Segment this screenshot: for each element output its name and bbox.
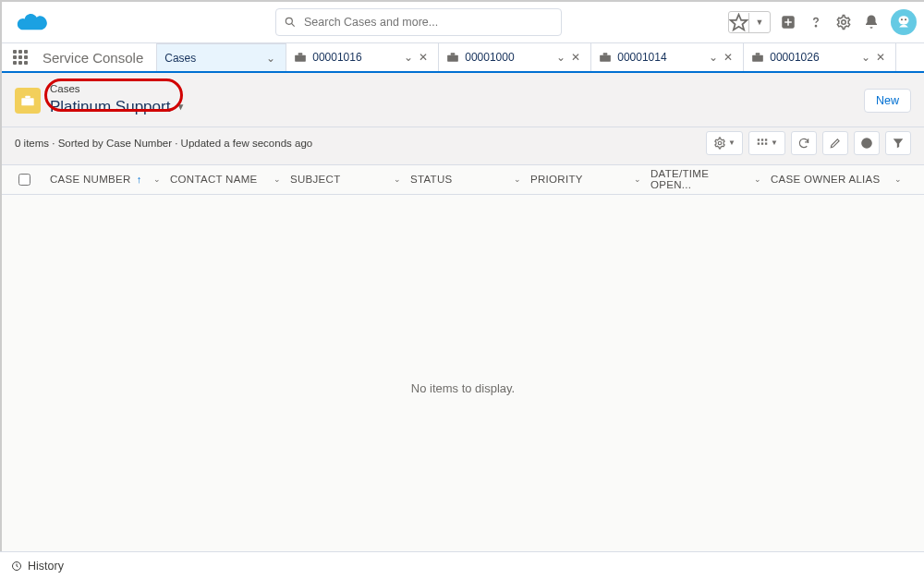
refresh-button[interactable] <box>791 131 817 155</box>
case-icon <box>294 52 307 63</box>
svg-rect-24 <box>758 142 760 144</box>
case-icon <box>446 52 459 63</box>
astro-icon <box>894 12 914 32</box>
chevron-down-icon: ▼ <box>749 18 770 27</box>
sort-asc-icon: ↑ <box>137 174 142 185</box>
help-button[interactable] <box>806 12 826 32</box>
close-icon[interactable]: ✕ <box>873 51 888 64</box>
col-header-datetime-opened[interactable]: DATE/TIME OPEN...⌄ <box>650 168 771 190</box>
user-avatar[interactable] <box>891 9 917 35</box>
chevron-down-icon[interactable]: ⌄ <box>514 175 530 184</box>
inline-edit-button[interactable] <box>822 131 848 155</box>
search-icon <box>284 16 297 29</box>
case-icon <box>751 52 764 63</box>
chevron-down-icon[interactable]: ⌄ <box>401 51 416 64</box>
select-all-checkbox[interactable] <box>18 174 30 186</box>
chevron-down-icon[interactable]: ⌄ <box>634 175 650 184</box>
workspace-tab-1[interactable]: 00001016 ⌄ ✕ <box>286 43 439 71</box>
empty-state-message: No items to display. <box>411 381 515 395</box>
chevron-down-icon[interactable]: ⌄ <box>263 52 278 65</box>
chevron-down-icon[interactable]: ⌄ <box>153 175 170 184</box>
chevron-down-icon[interactable]: ⌄ <box>894 175 911 184</box>
star-icon <box>729 13 748 32</box>
new-button[interactable]: New <box>864 89 911 113</box>
svg-point-5 <box>842 20 846 25</box>
workspace-tab-3[interactable]: 00001014 ⌄ ✕ <box>591 43 744 71</box>
chevron-down-icon[interactable]: ⌄ <box>754 175 771 184</box>
svg-point-0 <box>286 18 292 24</box>
refresh-icon <box>797 137 810 150</box>
svg-rect-11 <box>298 53 303 54</box>
svg-rect-25 <box>761 142 763 144</box>
svg-point-8 <box>901 18 903 20</box>
tab-label: Cases <box>164 52 263 65</box>
col-header-case-number[interactable]: CASE NUMBER ↑⌄ <box>50 174 170 185</box>
history-utility[interactable]: History <box>28 560 64 573</box>
tab-label: 00001026 <box>770 51 858 64</box>
col-header-status[interactable]: STATUS⌄ <box>410 174 530 185</box>
svg-rect-12 <box>447 55 458 62</box>
svg-rect-15 <box>603 53 608 54</box>
svg-rect-21 <box>758 139 760 140</box>
svg-rect-23 <box>765 139 767 140</box>
listview-controls-button[interactable]: ▼ <box>706 131 743 155</box>
svg-rect-26 <box>765 142 767 144</box>
col-header-priority[interactable]: PRIORITY⌄ <box>530 174 650 185</box>
funnel-icon <box>892 137 905 150</box>
tab-label: 00001016 <box>312 51 401 64</box>
svg-point-4 <box>815 26 816 27</box>
chevron-down-icon[interactable]: ⌄ <box>394 175 410 184</box>
clock-icon <box>11 561 22 572</box>
tab-label: 00001000 <box>465 51 553 64</box>
svg-rect-19 <box>25 95 30 98</box>
search-input[interactable] <box>304 16 553 29</box>
pie-icon <box>860 137 873 150</box>
col-header-contact-name[interactable]: CONTACT NAME⌄ <box>170 174 290 185</box>
svg-line-1 <box>291 23 294 26</box>
listview-name: Platinum Support <box>50 97 170 117</box>
salesforce-cloud-logo <box>15 9 52 35</box>
tab-label: 00001014 <box>617 51 706 64</box>
workspace-tab-2[interactable]: 00001000 ⌄ ✕ <box>439 43 591 71</box>
svg-rect-22 <box>761 139 763 140</box>
notifications-button[interactable] <box>861 12 881 32</box>
global-search[interactable] <box>275 8 562 36</box>
plus-icon <box>780 14 796 30</box>
svg-point-7 <box>899 16 909 25</box>
chart-button[interactable] <box>854 131 880 155</box>
display-as-button[interactable]: ▼ <box>748 131 785 155</box>
add-tab-button[interactable] <box>778 12 798 32</box>
nav-tab-cases[interactable]: Cases ⌄ <box>157 43 286 71</box>
case-object-icon <box>15 88 41 114</box>
object-label: Cases <box>50 84 185 95</box>
chevron-down-icon[interactable]: ⌄ <box>858 51 873 64</box>
workspace-tab-4[interactable]: 00001026 ⌄ ✕ <box>744 43 896 71</box>
svg-rect-17 <box>756 53 760 54</box>
chevron-down-icon[interactable]: ⌄ <box>274 175 290 184</box>
filter-button[interactable] <box>885 131 911 155</box>
close-icon[interactable]: ✕ <box>568 51 583 64</box>
pencil-icon <box>829 137 842 150</box>
app-name: Service Console <box>39 43 157 71</box>
listview-meta: 0 items · Sorted by Case Number · Update… <box>15 138 312 149</box>
svg-marker-2 <box>731 14 748 30</box>
bell-icon <box>863 14 880 30</box>
col-header-subject[interactable]: SUBJECT⌄ <box>290 174 410 185</box>
table-icon <box>756 137 769 150</box>
setup-button[interactable] <box>833 12 854 32</box>
case-icon <box>599 52 612 63</box>
close-icon[interactable]: ✕ <box>416 51 431 64</box>
app-launcher[interactable] <box>2 43 39 71</box>
close-icon[interactable]: ✕ <box>721 51 736 64</box>
gear-icon <box>835 14 852 30</box>
favorites-split-button[interactable]: ▼ <box>728 11 771 33</box>
waffle-icon <box>13 50 28 65</box>
col-header-owner-alias[interactable]: CASE OWNER ALIAS⌄ <box>771 174 911 185</box>
svg-rect-10 <box>295 55 306 62</box>
svg-rect-18 <box>21 98 33 105</box>
question-icon <box>808 14 824 30</box>
chevron-down-icon[interactable]: ⌄ <box>553 51 568 64</box>
listview-picker[interactable]: Platinum Support ▼ <box>50 95 185 117</box>
svg-point-20 <box>718 141 722 145</box>
chevron-down-icon[interactable]: ⌄ <box>706 51 721 64</box>
